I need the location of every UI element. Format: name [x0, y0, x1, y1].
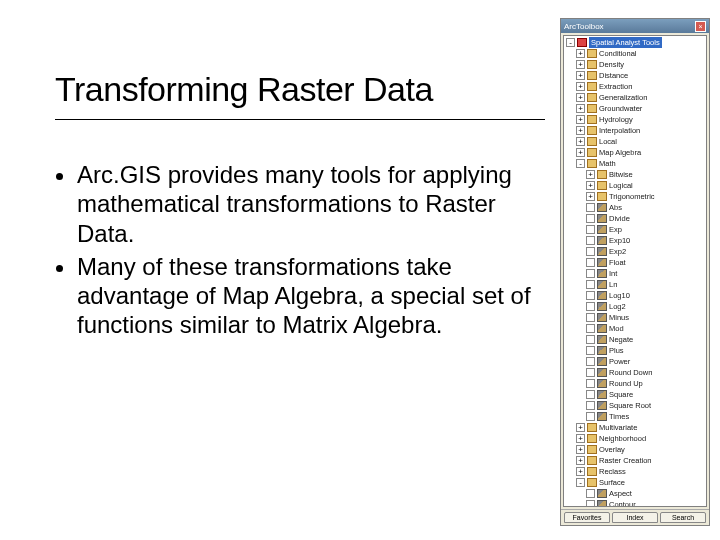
toolset-item[interactable]: +Distance [564, 70, 706, 81]
tool-item[interactable]: Log2 [564, 301, 706, 312]
toolbox-icon [577, 38, 587, 47]
checkbox[interactable] [586, 390, 595, 399]
toolset-item[interactable]: +Bitwise [564, 169, 706, 180]
toolset-item[interactable]: +Map Algebra [564, 147, 706, 158]
checkbox[interactable] [586, 247, 595, 256]
tree-label: Square [609, 389, 633, 400]
checkbox[interactable] [586, 313, 595, 322]
expand-icon[interactable]: + [576, 137, 585, 146]
expand-icon[interactable]: + [576, 423, 585, 432]
checkbox[interactable] [586, 203, 595, 212]
tool-icon [597, 247, 607, 256]
toolset-item[interactable]: +Neighborhood [564, 433, 706, 444]
expand-icon[interactable]: + [576, 434, 585, 443]
expand-icon[interactable]: + [576, 71, 585, 80]
expand-icon[interactable]: + [586, 181, 595, 190]
checkbox[interactable] [586, 324, 595, 333]
checkbox[interactable] [586, 214, 595, 223]
toolset-item[interactable]: -Math [564, 158, 706, 169]
expand-icon[interactable]: + [576, 445, 585, 454]
tool-item[interactable]: Exp2 [564, 246, 706, 257]
tree-label: Ln [609, 279, 617, 290]
expand-icon[interactable]: + [576, 104, 585, 113]
tab-favorites[interactable]: Favorites [564, 512, 610, 523]
expand-icon[interactable]: + [576, 467, 585, 476]
tool-item[interactable]: Float [564, 257, 706, 268]
expand-icon[interactable]: + [576, 93, 585, 102]
tool-icon [597, 357, 607, 366]
tool-item[interactable]: Abs [564, 202, 706, 213]
checkbox[interactable] [586, 258, 595, 267]
tool-item[interactable]: Divide [564, 213, 706, 224]
tool-item[interactable]: Round Up [564, 378, 706, 389]
toolset-item[interactable]: +Multivariate [564, 422, 706, 433]
toolset-item[interactable]: +Trigonometric [564, 191, 706, 202]
toolset-item[interactable]: +Extraction [564, 81, 706, 92]
tab-index[interactable]: Index [612, 512, 658, 523]
tool-item[interactable]: Square [564, 389, 706, 400]
toolset-item[interactable]: +Overlay [564, 444, 706, 455]
tool-item[interactable]: Contour [564, 499, 706, 507]
checkbox[interactable] [586, 489, 595, 498]
checkbox[interactable] [586, 412, 595, 421]
toolset-item[interactable]: -Surface [564, 477, 706, 488]
toolset-icon [587, 60, 597, 69]
checkbox[interactable] [586, 236, 595, 245]
toolset-item[interactable]: +Groundwater [564, 103, 706, 114]
tool-item[interactable]: Round Down [564, 367, 706, 378]
toolset-item[interactable]: +Hydrology [564, 114, 706, 125]
toolset-item[interactable]: +Logical [564, 180, 706, 191]
tool-item[interactable]: Minus [564, 312, 706, 323]
tool-item[interactable]: Exp10 [564, 235, 706, 246]
checkbox[interactable] [586, 335, 595, 344]
checkbox[interactable] [586, 368, 595, 377]
toolset-item[interactable]: +Conditional [564, 48, 706, 59]
tool-item[interactable]: Int [564, 268, 706, 279]
collapse-icon[interactable]: - [576, 478, 585, 487]
checkbox[interactable] [586, 379, 595, 388]
checkbox[interactable] [586, 357, 595, 366]
expand-icon[interactable]: + [586, 192, 595, 201]
toolset-item[interactable]: +Generalization [564, 92, 706, 103]
toolset-item[interactable]: +Raster Creation [564, 455, 706, 466]
tool-item[interactable]: Times [564, 411, 706, 422]
close-icon[interactable]: × [695, 21, 706, 32]
expand-icon[interactable]: + [586, 170, 595, 179]
expand-icon[interactable]: + [576, 49, 585, 58]
checkbox[interactable] [586, 269, 595, 278]
expand-icon[interactable]: + [576, 115, 585, 124]
collapse-icon[interactable]: - [576, 159, 585, 168]
expand-icon[interactable]: + [576, 148, 585, 157]
checkbox[interactable] [586, 500, 595, 507]
panel-titlebar[interactable]: ArcToolbox × [561, 19, 709, 33]
tool-item[interactable]: Mod [564, 323, 706, 334]
expand-icon[interactable]: + [576, 126, 585, 135]
expand-icon[interactable]: + [576, 60, 585, 69]
tool-item[interactable]: Log10 [564, 290, 706, 301]
toolset-item[interactable]: -Spatial Analyst Tools [564, 37, 706, 48]
tool-item[interactable]: Ln [564, 279, 706, 290]
toolset-item[interactable]: +Density [564, 59, 706, 70]
collapse-icon[interactable]: - [566, 38, 575, 47]
tab-search[interactable]: Search [660, 512, 706, 523]
checkbox[interactable] [586, 401, 595, 410]
tool-icon [597, 346, 607, 355]
checkbox[interactable] [586, 225, 595, 234]
checkbox[interactable] [586, 346, 595, 355]
expand-icon[interactable]: + [576, 82, 585, 91]
tool-item[interactable]: Negate [564, 334, 706, 345]
tree-label: Power [609, 356, 630, 367]
tool-item[interactable]: Plus [564, 345, 706, 356]
tool-item[interactable]: Aspect [564, 488, 706, 499]
checkbox[interactable] [586, 291, 595, 300]
expand-icon[interactable]: + [576, 456, 585, 465]
toolset-item[interactable]: +Interpolation [564, 125, 706, 136]
checkbox[interactable] [586, 302, 595, 311]
toolset-item[interactable]: +Local [564, 136, 706, 147]
checkbox[interactable] [586, 280, 595, 289]
tool-tree[interactable]: -Spatial Analyst Tools+Conditional+Densi… [563, 35, 707, 507]
toolset-item[interactable]: +Reclass [564, 466, 706, 477]
tool-item[interactable]: Power [564, 356, 706, 367]
tool-item[interactable]: Exp [564, 224, 706, 235]
tool-item[interactable]: Square Root [564, 400, 706, 411]
